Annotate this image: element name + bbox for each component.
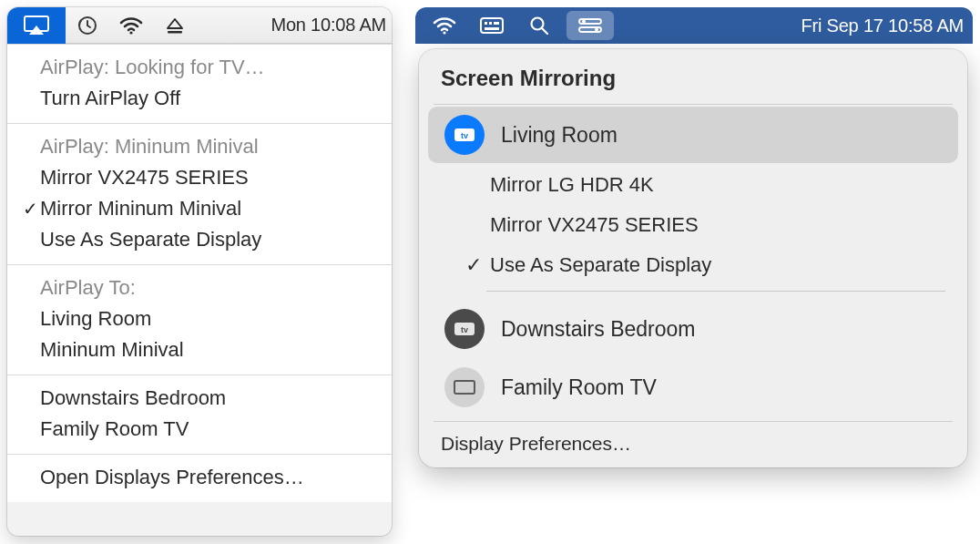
wifi-icon[interactable]: [109, 7, 153, 44]
mirroring-target-living-room[interactable]: tv Living Room: [428, 107, 958, 163]
device-label: Downstairs Bedroom: [501, 317, 695, 342]
timemachine-icon[interactable]: [66, 7, 109, 44]
control-center-popover: Screen Mirroring tv Living Room Mirror L…: [419, 49, 967, 467]
menu-item-label: Mirror VX2475 SERIES: [40, 166, 249, 190]
airplay-source-header: AirPlay: Mininum Minival: [7, 131, 392, 162]
svg-line-13: [542, 28, 547, 34]
svg-rect-10: [494, 22, 499, 25]
svg-rect-11: [485, 27, 499, 30]
airplay-to-living-room[interactable]: Living Room: [7, 303, 392, 334]
menu-item-label: Living Room: [40, 307, 151, 331]
svg-rect-8: [485, 22, 487, 25]
svg-point-6: [443, 31, 445, 34]
mirroring-options: Mirror LG HDR 4K Mirror VX2475 SERIES ✓ …: [486, 165, 945, 292]
divider: [486, 291, 945, 292]
device-downstairs-old[interactable]: Downstairs Bedroom: [7, 383, 392, 414]
airplay-status-header: AirPlay: Looking for TV…: [7, 52, 392, 83]
svg-point-3: [129, 31, 132, 34]
airplay-to-mininum[interactable]: Mininum Minival: [7, 334, 392, 365]
device-label: Living Room: [501, 123, 618, 148]
divider: [434, 421, 953, 422]
turn-airplay-off[interactable]: Turn AirPlay Off: [7, 83, 392, 114]
menu-item-label: Use As Separate Display: [40, 228, 261, 251]
keyboard-input-icon[interactable]: [472, 7, 512, 44]
check-icon: ✓: [461, 253, 486, 277]
menu-item-label: Family Room TV: [40, 417, 189, 441]
spotlight-icon[interactable]: [519, 7, 559, 44]
use-as-separate-display-old[interactable]: Use As Separate Display: [7, 224, 392, 255]
option-label: Mirror VX2475 SERIES: [490, 213, 699, 237]
display-preferences-link[interactable]: Display Preferences…: [419, 426, 967, 462]
mirror-vx2475-series[interactable]: Mirror VX2475 SERIES: [486, 205, 945, 245]
open-displays-preferences[interactable]: Open Displays Preferences…: [7, 462, 392, 493]
svg-text:tv: tv: [461, 325, 468, 334]
eject-icon[interactable]: [153, 7, 197, 44]
display-icon: [444, 367, 485, 407]
link-label: Display Preferences…: [441, 433, 631, 455]
mirror-mininum[interactable]: ✓ Mirror Mininum Minival: [7, 193, 392, 224]
svg-point-17: [595, 28, 598, 32]
airplay-menu-body: AirPlay: Looking for TV… Turn AirPlay Of…: [7, 44, 392, 502]
mirror-lg-hdr-4k[interactable]: Mirror LG HDR 4K: [486, 165, 945, 205]
device-familyroom-old[interactable]: Family Room TV: [7, 414, 392, 445]
wifi-icon[interactable]: [424, 7, 464, 44]
menu-item-label: Mirror Mininum Minival: [40, 197, 241, 221]
menu-item-label: Open Displays Preferences…: [40, 466, 304, 489]
use-as-separate-display[interactable]: ✓ Use As Separate Display: [486, 245, 945, 285]
appletv-icon: tv: [444, 309, 485, 349]
device-label: Family Room TV: [501, 375, 657, 400]
svg-text:tv: tv: [461, 131, 468, 140]
svg-rect-9: [489, 22, 492, 25]
menu-item-label: Mininum Minival: [40, 338, 184, 362]
divider: [434, 104, 953, 105]
menubar-old: Mon 10:08 AM: [7, 7, 392, 44]
mirror-vx2475[interactable]: Mirror VX2475 SERIES: [7, 162, 392, 193]
menu-item-label: Turn AirPlay Off: [40, 87, 180, 110]
option-label: Use As Separate Display: [490, 253, 711, 277]
menu-item-label: Downstairs Bedroom: [40, 386, 226, 410]
menubar-bigsur: Fri Sep 17 10:58 AM: [415, 7, 973, 44]
airplay-menu-old: Mon 10:08 AM AirPlay: Looking for TV… Tu…: [7, 7, 392, 536]
menubar-clock-bigsur[interactable]: Fri Sep 17 10:58 AM: [801, 15, 964, 36]
menubar-clock-old[interactable]: Mon 10:08 AM: [271, 15, 392, 36]
svg-marker-4: [168, 19, 182, 28]
option-label: Mirror LG HDR 4K: [490, 173, 654, 197]
airplay-status-icon[interactable]: [7, 7, 66, 44]
check-icon: ✓: [20, 198, 40, 220]
control-center-icon[interactable]: [567, 11, 614, 40]
appletv-icon: tv: [444, 115, 485, 155]
device-family-room-tv[interactable]: Family Room TV: [428, 359, 958, 416]
airplay-to-header: AirPlay To:: [7, 272, 392, 303]
svg-rect-5: [168, 31, 182, 34]
screen-mirroring-control-center: Fri Sep 17 10:58 AM Screen Mirroring tv …: [415, 7, 973, 536]
svg-rect-7: [481, 18, 503, 33]
svg-point-15: [582, 20, 586, 24]
device-downstairs-bedroom[interactable]: tv Downstairs Bedroom: [428, 301, 958, 357]
popover-title: Screen Mirroring: [419, 62, 967, 104]
svg-rect-22: [454, 381, 475, 394]
